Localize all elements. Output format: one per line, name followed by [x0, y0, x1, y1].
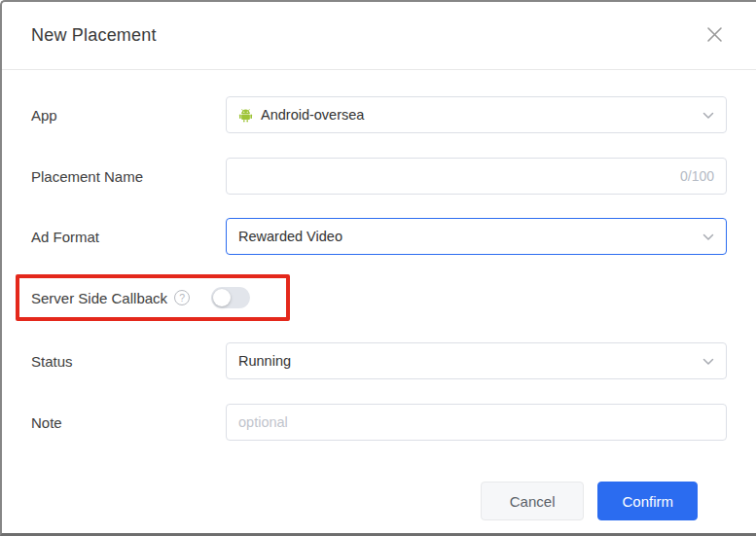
form-row-server-side-callback: Server Side Callback ?: [31, 285, 727, 310]
server-side-callback-label: Server Side Callback: [31, 290, 167, 306]
android-icon: [238, 108, 253, 123]
status-label: Status: [31, 353, 226, 370]
form-row-ad-format: Ad Format Rewarded Video: [31, 218, 727, 255]
char-counter: 0/100: [680, 168, 714, 184]
form-row-placement-name: Placement Name 0/100: [31, 158, 727, 195]
chevron-down-icon: [702, 229, 714, 244]
confirm-button[interactable]: Confirm: [597, 482, 698, 520]
new-placement-dialog: New Placement App: [0, 0, 756, 536]
dialog-body: App: [2, 70, 756, 520]
server-side-callback-toggle[interactable]: [211, 287, 250, 308]
form-row-note: Note: [31, 404, 727, 441]
ad-format-select[interactable]: Rewarded Video: [226, 218, 727, 255]
note-input[interactable]: [238, 405, 714, 440]
toggle-knob: [213, 289, 231, 306]
placement-name-label: Placement Name: [31, 168, 226, 185]
ad-format-label: Ad Format: [31, 229, 226, 245]
status-select-value: Running: [238, 353, 291, 369]
dialog-header: New Placement: [2, 2, 756, 70]
dialog-footer: Cancel Confirm: [31, 441, 727, 520]
chevron-down-icon: [702, 107, 714, 123]
close-icon: [706, 26, 723, 46]
app-select[interactable]: Android-oversea: [226, 96, 727, 133]
question-help-icon[interactable]: ?: [174, 290, 190, 305]
ad-format-select-value: Rewarded Video: [238, 229, 342, 244]
form-row-status: Status Running: [31, 342, 727, 379]
status-select[interactable]: Running: [226, 342, 727, 379]
app-select-value: Android-oversea: [261, 107, 364, 123]
cancel-button[interactable]: Cancel: [481, 482, 585, 520]
close-button[interactable]: [702, 23, 727, 49]
placement-name-input[interactable]: [238, 159, 670, 194]
note-label: Note: [31, 414, 226, 431]
app-label: App: [31, 107, 226, 124]
form-row-app: App: [31, 96, 727, 133]
chevron-down-icon: [702, 353, 714, 369]
dialog-title: New Placement: [31, 25, 157, 46]
